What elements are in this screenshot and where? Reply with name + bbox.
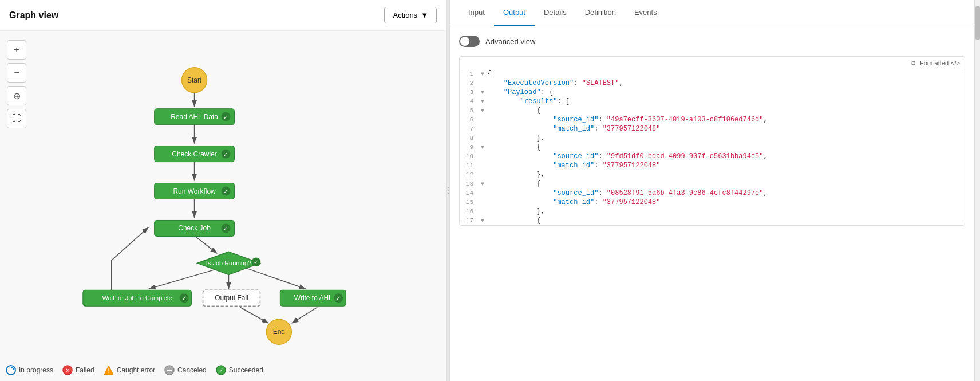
tab-details[interactable]: Details: [535, 0, 576, 26]
json-line: 5▼ {: [460, 106, 965, 115]
tab-definition[interactable]: Definition: [576, 0, 625, 26]
json-toolbar: ⧉ Formatted </>: [460, 57, 965, 69]
svg-text:Run Workflow: Run Workflow: [173, 187, 216, 195]
toggle-knob: [460, 37, 469, 46]
line-collapse-arrow[interactable]: ▼: [478, 70, 487, 77]
line-collapse-arrow: [478, 152, 487, 154]
advanced-view-row: Advanced view: [459, 36, 965, 47]
tabs-bar: Input Output Details Definition Events: [450, 0, 974, 26]
line-number: 6: [460, 116, 478, 123]
advanced-view-toggle[interactable]: [459, 36, 480, 47]
line-number: 17: [460, 217, 478, 224]
line-content: "Payload": {: [487, 88, 965, 96]
line-content: "ExecutedVersion": "$LATEST",: [487, 79, 965, 87]
line-content: "match_id": "377957122048": [487, 162, 965, 170]
line-content: {: [487, 107, 965, 115]
svg-text:Is Job Running?: Is Job Running?: [206, 260, 251, 266]
line-number: 8: [460, 134, 478, 142]
line-number: 16: [460, 207, 478, 215]
in-progress-icon: [6, 365, 16, 375]
svg-text:Check Crawler: Check Crawler: [172, 150, 216, 158]
json-line: 12 },: [460, 170, 965, 179]
line-collapse-arrow: [478, 134, 487, 135]
line-number: 2: [460, 79, 478, 87]
line-collapse-arrow[interactable]: ▼: [478, 88, 487, 96]
json-line: 16 },: [460, 207, 965, 216]
left-header: Graph view Actions ▼: [0, 0, 446, 31]
right-panel: Input Output Details Definition Events A…: [450, 0, 974, 381]
json-line: 3▼ "Payload": {: [460, 88, 965, 97]
line-collapse-arrow[interactable]: ▼: [478, 180, 487, 187]
tab-output[interactable]: Output: [494, 0, 535, 26]
caught-error-icon: !: [104, 365, 114, 375]
graph-view-title: Graph view: [9, 10, 58, 21]
line-number: 7: [460, 125, 478, 132]
line-collapse-arrow[interactable]: ▼: [478, 217, 487, 224]
line-content: },: [487, 134, 965, 142]
svg-text:✓: ✓: [219, 367, 223, 374]
svg-text:✓: ✓: [336, 295, 341, 301]
json-line: 10 "source_id": "9fd51df0-bdad-4099-907f…: [460, 152, 965, 161]
legend-failed: ✕ Failed: [62, 365, 94, 375]
svg-line-5: [149, 269, 218, 289]
line-collapse-arrow: [478, 198, 487, 199]
legend-canceled: Canceled: [164, 365, 207, 375]
line-content: {: [487, 217, 965, 225]
line-collapse-arrow[interactable]: ▼: [478, 143, 487, 151]
formatted-label: Formatted: [920, 60, 949, 66]
line-number: 9: [460, 143, 478, 151]
json-lines: 1▼{2 "ExecutedVersion": "$LATEST",3▼ "Pa…: [460, 69, 965, 225]
svg-line-7: [240, 266, 306, 289]
svg-text:!: !: [108, 368, 109, 374]
line-collapse-arrow: [478, 162, 487, 163]
svg-text:Check Job: Check Job: [178, 224, 211, 232]
actions-button[interactable]: Actions ▼: [384, 7, 437, 23]
succeeded-label: Succeeded: [229, 366, 263, 374]
graph-svg: Start Read AHL Data ✓ Check Crawler ✓ Ru…: [0, 31, 446, 381]
code-icon: </>: [951, 60, 960, 66]
json-line: 14 "source_id": "08528f91-5a6b-4fa3-9c86…: [460, 188, 965, 198]
formatted-button[interactable]: Formatted </>: [920, 60, 960, 66]
json-line: 13▼ {: [460, 179, 965, 188]
tab-events[interactable]: Events: [625, 0, 666, 26]
tab-input[interactable]: Input: [459, 0, 494, 26]
copy-icon: ⧉: [911, 59, 915, 66]
svg-text:End: End: [273, 328, 285, 336]
line-number: 5: [460, 107, 478, 114]
caught-error-label: Caught error: [117, 366, 155, 374]
line-collapse-arrow: [478, 189, 487, 190]
output-panel-content: Advanced view ⧉ Formatted </> 1▼{2 "Exec…: [450, 26, 974, 381]
failed-icon: ✕: [62, 365, 73, 375]
fullscreen-icon: ⛶: [12, 113, 21, 124]
line-content: },: [487, 171, 965, 179]
line-content: "source_id": "9fd51df0-bdad-4099-907f-e5…: [487, 152, 965, 160]
legend-caught-error: ! Caught error: [104, 365, 155, 375]
left-panel: Graph view Actions ▼ + − ⊕ ⛶: [0, 0, 446, 381]
zoom-in-button[interactable]: +: [7, 40, 26, 60]
zoom-out-button[interactable]: −: [7, 63, 26, 83]
right-scrollbar[interactable]: [974, 0, 980, 381]
zoom-controls: + − ⊕ ⛶: [7, 40, 26, 128]
line-collapse-arrow: [478, 171, 487, 172]
failed-label: Failed: [76, 366, 94, 374]
line-collapse-arrow: [478, 79, 487, 80]
line-number: 4: [460, 97, 478, 105]
line-number: 3: [460, 88, 478, 96]
line-collapse-arrow[interactable]: ▼: [478, 107, 487, 114]
canceled-label: Canceled: [177, 366, 207, 374]
json-line: 2 "ExecutedVersion": "$LATEST",: [460, 78, 965, 88]
line-number: 12: [460, 171, 478, 178]
center-button[interactable]: ⊕: [7, 86, 26, 105]
line-collapse-arrow[interactable]: ▼: [478, 97, 487, 105]
line-number: 14: [460, 189, 478, 197]
json-line: 8 },: [460, 133, 965, 143]
actions-label: Actions: [393, 11, 417, 19]
svg-text:Read AHL Data: Read AHL Data: [171, 113, 218, 121]
fullscreen-button[interactable]: ⛶: [7, 109, 26, 128]
json-line: 7 "match_id": "377957122048": [460, 124, 965, 133]
json-line: 11 "match_id": "377957122048": [460, 161, 965, 170]
line-collapse-arrow: [478, 207, 487, 209]
copy-button[interactable]: ⧉: [911, 59, 915, 66]
svg-text:✓: ✓: [223, 114, 228, 120]
line-number: 10: [460, 152, 478, 160]
